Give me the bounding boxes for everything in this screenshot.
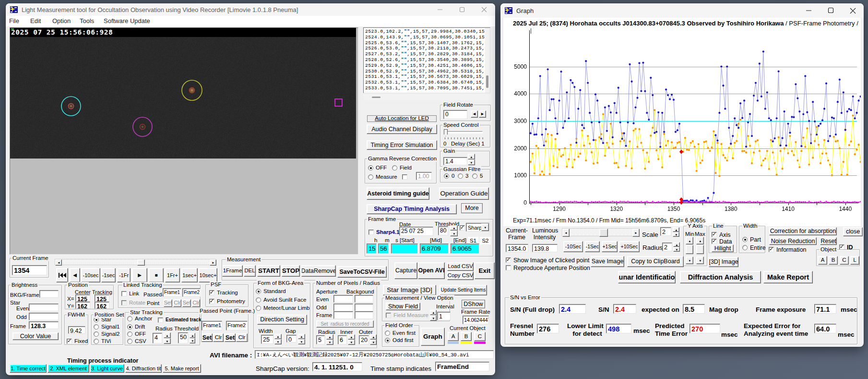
gamma-measure-radio[interactable]: Measure — [368, 174, 397, 180]
star-odd-field[interactable] — [29, 313, 59, 320]
close-button[interactable]: close — [843, 227, 863, 236]
star-frame-field[interactable]: 128.3 — [29, 321, 59, 329]
np-odd-aperture-field[interactable] — [333, 304, 353, 311]
transport-minus-10sec-button[interactable]: -10sec — [81, 268, 100, 282]
link-checkbox[interactable]: Link — [121, 291, 139, 296]
ymin-thumb[interactable] — [686, 245, 693, 254]
menu-file[interactable]: File — [9, 17, 19, 24]
stop-button[interactable]: STOP — [282, 265, 300, 277]
csv-list-hscrollbar[interactable] — [363, 94, 490, 100]
threshold-spinner-up[interactable]: ▲ — [450, 225, 458, 231]
np-outer-field[interactable]: 20 — [359, 335, 369, 344]
save-image-button[interactable]: Save Image — [591, 256, 624, 267]
graph-object-l-button[interactable]: L — [850, 256, 859, 265]
graph-maximize-button[interactable] — [820, 3, 842, 18]
update-setting-items-button[interactable]: Update Setting Items — [440, 285, 487, 295]
linked-clr2-button[interactable]: Clr — [192, 299, 200, 307]
width-part-radio[interactable]: Part — [742, 236, 761, 243]
light-curve-chart[interactable] — [503, 26, 861, 216]
scale-spinner-up[interactable]: ▲ — [673, 227, 679, 232]
reproduce-aperture-checkbox[interactable]: Reproduce Aperture Position — [506, 265, 590, 271]
st-anchor-radio[interactable]: Anchor — [127, 316, 152, 321]
field-rotate-left-button[interactable]: ◄ — [471, 110, 478, 118]
transport-play-reverse-button[interactable]: ◀ — [70, 268, 80, 282]
pp-clr2-button[interactable]: Clr — [236, 333, 248, 342]
csv-list-vscroll-thumb[interactable] — [486, 75, 488, 88]
menu-software[interactable]: Software Update — [104, 17, 150, 24]
sn-full-drop-field[interactable]: 2.4 — [559, 304, 586, 314]
bkg-standard-radio[interactable]: Standard — [256, 288, 286, 294]
open-avi-button[interactable]: Open AVI — [418, 262, 445, 279]
graph-current-frame-field[interactable]: 1354.0 — [506, 244, 528, 252]
load-csv-button[interactable]: Load CSV — [447, 262, 474, 271]
line-data-checkbox[interactable]: ✓Data — [712, 238, 732, 245]
limovie-maximize-button[interactable] — [451, 3, 473, 16]
ymax-up-button[interactable]: ▲ — [696, 237, 704, 245]
time-end-field[interactable]: 6.9065 — [451, 244, 479, 254]
np-radius-spinner-down[interactable]: ▼ — [326, 340, 333, 345]
threshold-spinner-down[interactable]: ▼ — [450, 231, 458, 236]
object-a-button[interactable]: A — [448, 332, 459, 341]
graph-scroll-left-button[interactable]: ◄ — [562, 229, 570, 237]
show-field-button[interactable]: Show Field — [386, 303, 420, 310]
start-button[interactable]: START — [257, 265, 280, 277]
transport-skip-start-button[interactable] — [56, 268, 68, 282]
width-spinner-down[interactable]: ▼ — [274, 339, 282, 344]
np-radius-field[interactable]: 5 — [316, 335, 325, 344]
minus-1sec-button[interactable]: -1Sec — [585, 241, 600, 252]
graph-radius-field[interactable]: 2 — [662, 243, 672, 251]
st-off-radio[interactable]: OFF — [127, 331, 146, 337]
linked-frame2-field[interactable]: Frame2 — [182, 288, 201, 297]
step-3-light-curve[interactable]: 3. Light curve — [90, 364, 124, 373]
np-inner-spinner-up[interactable]: ▲ — [348, 334, 355, 340]
np-outer-spinner-up[interactable]: ▲ — [370, 334, 377, 340]
transport-plus-1fr-button[interactable]: 1Fr+ — [165, 268, 180, 282]
transport-plus-1sec-button[interactable]: 1sec+ — [181, 268, 198, 282]
estimated-track-checkbox[interactable]: Estimated track — [158, 317, 201, 323]
date-field[interactable]: 25 07 25 — [399, 227, 433, 236]
noise-reduction-button[interactable]: Noise Reduction — [769, 237, 817, 245]
posset-signal2-radio[interactable]: Signal2 — [94, 331, 119, 337]
object-c-button[interactable]: C — [474, 332, 486, 341]
del-button[interactable]: DEL — [244, 265, 256, 277]
np-even-bkg-field[interactable] — [355, 295, 373, 303]
gain-field[interactable]: 1.4 — [443, 157, 467, 165]
np-inner-spinner-down[interactable]: ▼ — [348, 340, 355, 345]
bkg-avoid-radio[interactable]: Avoid Sunlit Face — [256, 297, 306, 303]
dataremove-button[interactable]: DataRemove — [301, 265, 336, 277]
graph-scrollbar[interactable]: ◄► — [562, 228, 639, 236]
reset-button[interactable]: Reset — [820, 237, 837, 245]
limovie-close-button[interactable] — [473, 3, 495, 16]
sharpcap-timing-analysis-button[interactable]: SharpCap Timing Analysis — [367, 204, 457, 214]
frame-rate-field[interactable]: 14.0624447 — [463, 316, 489, 324]
frame-scrollbar[interactable]: ◄► — [55, 259, 216, 265]
st-drift-radio[interactable]: Drift — [127, 324, 145, 330]
asteroid-timing-guide-button[interactable]: Asteroid timing guide — [367, 187, 429, 200]
graph-scroll-thumb[interactable] — [599, 229, 608, 237]
frame-scroll-left-button[interactable]: ◄ — [55, 259, 62, 266]
gaussian-0-radio[interactable]: 0 — [444, 173, 454, 179]
gap-field[interactable]: 0 — [286, 335, 297, 342]
video-panel[interactable]: 2025 07 25 15:56:06:928 — [10, 27, 358, 255]
direction-setting-button[interactable]: Direction Setting — [257, 315, 307, 325]
capture-button[interactable]: Capture — [394, 262, 417, 279]
scale-field[interactable]: 2 — [660, 227, 671, 236]
frame-scroll-right-button[interactable]: ► — [210, 259, 216, 266]
expected-error-field[interactable]: 64.0 — [814, 324, 836, 333]
graph-radius-spinner-down[interactable]: ▼ — [673, 247, 680, 252]
posset-tivi-radio[interactable]: TIVi — [94, 338, 111, 344]
lower-limit-field[interactable]: 498 — [606, 324, 631, 333]
linked-clr1-button[interactable]: Clr — [173, 299, 181, 307]
gamma-checkbox[interactable] — [402, 174, 410, 180]
hilight-button[interactable]: Hilight — [712, 245, 734, 252]
step-5-make-report[interactable]: 5. Make report — [163, 364, 201, 373]
information-checkbox[interactable]: ✓Information — [769, 246, 807, 253]
even-first-radio[interactable]: Even first — [385, 330, 416, 336]
line-axis-checkbox[interactable]: ✓Axis — [712, 232, 731, 238]
np-odd-bkg-field[interactable] — [355, 304, 373, 311]
plus-1sec-button[interactable]: +1Sec — [602, 241, 618, 252]
np-radius-spinner-up[interactable]: ▲ — [326, 334, 333, 340]
menu-tools[interactable]: Tools — [80, 17, 94, 24]
minus-10sec-button[interactable]: -10Sec — [563, 241, 583, 252]
speed-slider-track[interactable] — [444, 131, 483, 134]
